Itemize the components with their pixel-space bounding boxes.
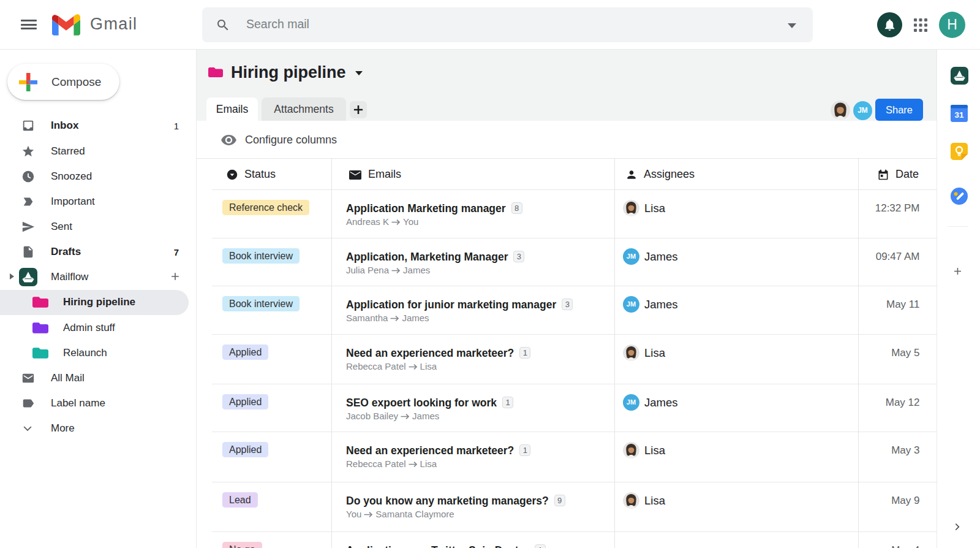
svg-text:31: 31: [954, 110, 964, 120]
